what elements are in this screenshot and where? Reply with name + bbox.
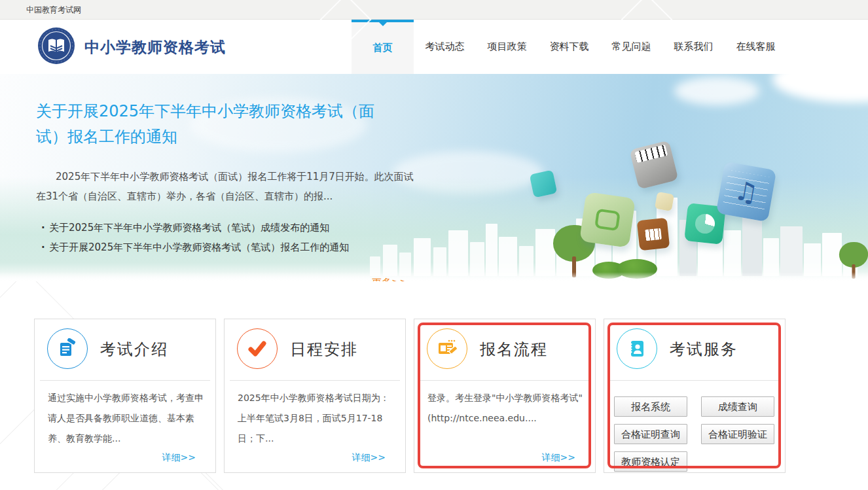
nav-label: 在线客服 xyxy=(736,41,776,53)
speech-cube-icon xyxy=(579,192,636,248)
card-schedule: 日程安排 2025年中小学教师资格考试日期为：上半年笔试3月8日，面试5月17-… xyxy=(224,319,406,473)
header: 中小学教师资格考试 首页 考试动态 项目政策 资料下载 常见问题 联系我们 在线… xyxy=(0,20,868,74)
card-title: 考试介绍 xyxy=(100,319,168,381)
detail-link[interactable]: 详细>> xyxy=(352,452,386,464)
banner-headline[interactable]: 关于开展2025年下半年中小学教师资格考试（面试）报名工作的通知 xyxy=(36,99,395,150)
card-title: 日程安排 xyxy=(290,319,358,381)
page: 中国教育考试网 中小学教师资格考试 首页 考试动态 项目政策 xyxy=(0,0,868,490)
teacher-accreditation-button[interactable]: 教师资格认定 xyxy=(614,451,687,472)
banner-summary: 2025年下半年中小学教师资格考试（面试）报名工作将于11月7日开始。此次面试在… xyxy=(36,167,419,206)
nav-tab-policies[interactable]: 项目政策 xyxy=(476,20,538,74)
divider xyxy=(420,380,590,381)
divider xyxy=(609,380,780,381)
nav-tab-contact[interactable]: 联系我们 xyxy=(662,20,725,74)
schedule-check-icon xyxy=(237,328,278,369)
banner-text-block: 关于开展2025年下半年中小学教师资格考试（面试）报名工作的通知 2025年下半… xyxy=(36,99,429,257)
site-logo[interactable]: 中小学教师资格考试 xyxy=(37,27,226,67)
news-item[interactable]: 关于2025年下半年中小学教师资格考试（笔试）成绩发布的通知 xyxy=(36,218,429,237)
certificate-verify-button[interactable]: 合格证明验证 xyxy=(701,424,774,444)
card-body: 通过实施中小学教师资格考试，考查申请人是否具备教师职业道德、基本素养、教育教学能… xyxy=(48,388,206,449)
nav-label: 首页 xyxy=(373,42,393,54)
divider xyxy=(230,380,400,381)
nav-tab-downloads[interactable]: 资料下载 xyxy=(538,20,600,74)
nav-tab-exam-news[interactable]: 考试动态 xyxy=(414,20,476,74)
search-cube-icon xyxy=(530,170,558,198)
card-body: 2025年中小学教师资格考试日期为：上半年笔试3月8日，面试5月17-18日；下… xyxy=(238,388,396,449)
logo-emblem-icon xyxy=(37,27,75,67)
site-title: 中小学教师资格考试 xyxy=(84,37,226,58)
certificate-inquiry-button[interactable]: 合格证明查询 xyxy=(614,424,687,444)
nav-label: 考试动态 xyxy=(425,41,465,53)
registration-system-button[interactable]: 报名系统 xyxy=(614,396,687,417)
topbar: 中国教育考试网 xyxy=(0,0,868,20)
nav-label: 联系我们 xyxy=(674,41,714,53)
hero-banner: ♫ 关于开展2025年下半年中小学教师资格考试（面试）报名工作的通知 2025年… xyxy=(0,74,868,281)
news-item[interactable]: 关于开展2025年下半年中小学教师资格考试（笔试）报名工作的通知 xyxy=(36,237,429,257)
calculator-cube-icon xyxy=(637,218,670,251)
music-note-cube-icon: ♫ xyxy=(716,162,777,222)
small-cube-icon xyxy=(655,192,674,211)
nav-label: 资料下载 xyxy=(550,41,589,53)
card-exam-services: 考试服务 报名系统 成绩查询 合格证明查询 合格证明验证 教师资格认定 xyxy=(604,319,786,473)
card-body: 登录。考生登录"中小学教师资格考试"(http://ntce.neea.edu.… xyxy=(427,388,586,429)
quick-cards-section: 考试介绍 通过实施中小学教师资格考试，考查申请人是否具备教师职业道德、基本素养、… xyxy=(0,281,868,490)
exam-intro-icon xyxy=(47,328,88,369)
divider xyxy=(40,380,210,381)
service-contact-icon xyxy=(617,328,657,369)
card-exam-intro: 考试介绍 通过实施中小学教师资格考试，考查申请人是否具备教师职业道德、基本素养、… xyxy=(34,319,216,473)
detail-link[interactable]: 详细>> xyxy=(162,452,196,464)
site-name-link[interactable]: 中国教育考试网 xyxy=(26,5,81,16)
more-link[interactable]: 更多>> xyxy=(372,277,408,281)
nav-tab-online-service[interactable]: 在线客服 xyxy=(725,20,787,74)
card-title: 考试服务 xyxy=(670,319,738,381)
card-registration-process: 报名流程 登录。考生登录"中小学教师资格考试"(http://ntce.neea… xyxy=(414,319,596,473)
score-inquiry-button[interactable]: 成绩查询 xyxy=(701,396,774,417)
main-nav: 首页 考试动态 项目政策 资料下载 常见问题 联系我们 在线客服 xyxy=(352,20,787,74)
registration-form-icon xyxy=(427,328,467,369)
detail-link[interactable]: 详细>> xyxy=(542,452,575,464)
nav-label: 项目政策 xyxy=(488,41,527,53)
news-list: 关于2025年下半年中小学教师资格考试（笔试）成绩发布的通知 关于开展2025年… xyxy=(36,218,429,257)
banner-bottom-fade xyxy=(0,272,868,281)
card-title: 报名流程 xyxy=(480,319,548,381)
